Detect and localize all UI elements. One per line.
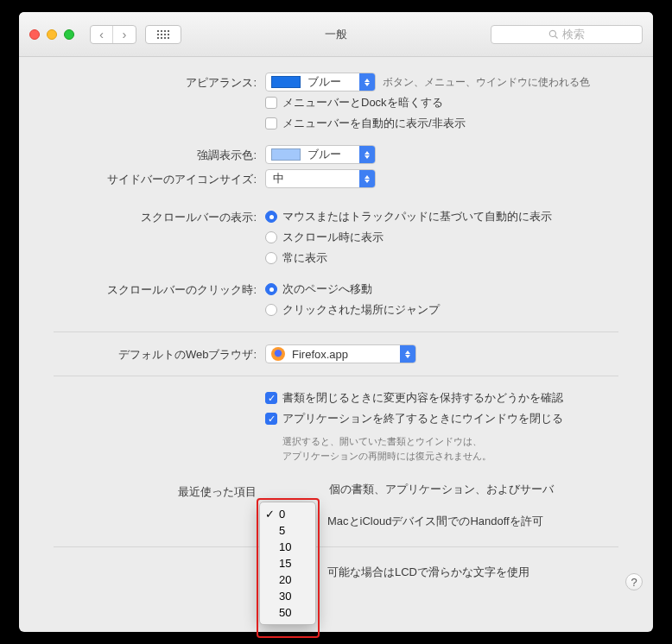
scroll-show-always-radio[interactable] bbox=[265, 252, 277, 264]
sidebar-size-select[interactable]: 中 bbox=[265, 169, 376, 188]
recent-items-option[interactable]: 15 bbox=[260, 555, 315, 571]
minimize-window-button[interactable] bbox=[47, 29, 57, 40]
highlight-label: 強調表示色: bbox=[54, 145, 265, 163]
window-controls bbox=[29, 29, 74, 40]
highlight-select[interactable]: ブルー bbox=[265, 145, 376, 164]
scroll-click-jump-radio[interactable] bbox=[265, 304, 277, 316]
titlebar: ‹ › 一般 検索 bbox=[19, 12, 653, 57]
appearance-desc: ボタン、メニュー、ウインドウに使われる色 bbox=[383, 75, 590, 90]
recent-items-option[interactable]: 0 bbox=[260, 506, 315, 522]
chevron-updown-icon bbox=[359, 170, 375, 187]
highlight-swatch bbox=[271, 148, 301, 161]
show-all-button[interactable] bbox=[145, 25, 181, 44]
recent-items-option[interactable]: 30 bbox=[260, 588, 315, 604]
search-icon bbox=[548, 29, 559, 40]
scrollbar-show-label: スクロールバーの表示: bbox=[54, 207, 265, 225]
close-windows-note: 選択すると、開いていた書類とウインドウは、 アプリケーションの再開時には復元され… bbox=[265, 434, 618, 463]
scroll-show-auto-radio[interactable] bbox=[265, 211, 277, 223]
firefox-icon bbox=[271, 347, 285, 361]
zoom-window-button[interactable] bbox=[64, 29, 74, 40]
appearance-select[interactable]: ブルー bbox=[265, 73, 376, 92]
sidebar-size-label: サイドバーのアイコンサイズ: bbox=[54, 169, 265, 187]
recent-items-option[interactable]: 50 bbox=[260, 604, 315, 621]
menubar-auto-checkbox[interactable] bbox=[265, 117, 277, 129]
help-button[interactable]: ? bbox=[625, 573, 643, 590]
handoff-label: MacとiCloudデバイス間でのHandoffを許可 bbox=[327, 514, 543, 529]
forward-button[interactable]: › bbox=[113, 26, 136, 43]
search-field[interactable]: 検索 bbox=[491, 25, 643, 44]
recent-items-option[interactable]: 10 bbox=[260, 539, 315, 555]
menubar-dark-label: メニューバーとDockを暗くする bbox=[282, 95, 443, 110]
close-window-button[interactable] bbox=[29, 29, 40, 40]
nav-segmented-control: ‹ › bbox=[90, 25, 136, 44]
confirm-changes-checkbox[interactable] bbox=[265, 392, 277, 404]
menubar-auto-label: メニューバーを自動的に表示/非表示 bbox=[282, 116, 466, 131]
chevron-updown-icon bbox=[359, 146, 375, 163]
recent-items-option[interactable]: 5 bbox=[260, 522, 315, 539]
recent-items-suffix: 個の書類、アプリケーション、およびサーバ bbox=[329, 482, 554, 497]
chevron-updown-icon bbox=[359, 73, 375, 91]
recent-items-dropdown: 051015203050 bbox=[259, 502, 316, 625]
content-area: アピアランス: ブルー ボタン、メニュー、ウインドウに使われる色 メニューバーと… bbox=[19, 57, 653, 604]
default-browser-label: デフォルトのWebブラウザ: bbox=[54, 344, 265, 363]
menubar-dark-checkbox[interactable] bbox=[265, 97, 277, 109]
appearance-label: アピアランス: bbox=[54, 73, 265, 91]
search-placeholder: 検索 bbox=[562, 27, 585, 42]
scroll-click-nextpage-radio[interactable] bbox=[265, 283, 277, 295]
default-browser-select[interactable]: Firefox.app bbox=[265, 344, 416, 363]
window-title: 一般 bbox=[325, 27, 347, 42]
scrollbar-click-label: スクロールバーのクリック時: bbox=[54, 280, 265, 298]
scroll-show-scrolling-radio[interactable] bbox=[265, 231, 277, 243]
font-smoothing-label: 可能な場合はLCDで滑らかな文字を使用 bbox=[327, 565, 529, 580]
recent-items-option[interactable]: 20 bbox=[260, 571, 315, 588]
preferences-window: ‹ › 一般 検索 アピアランス: ブルー bbox=[19, 12, 653, 632]
close-windows-checkbox[interactable] bbox=[265, 413, 277, 425]
grid-icon bbox=[157, 30, 169, 39]
appearance-swatch bbox=[271, 76, 301, 88]
back-button[interactable]: ‹ bbox=[91, 26, 113, 43]
recent-items-label: 最近使った項目 bbox=[54, 482, 265, 500]
chevron-updown-icon bbox=[400, 345, 415, 363]
